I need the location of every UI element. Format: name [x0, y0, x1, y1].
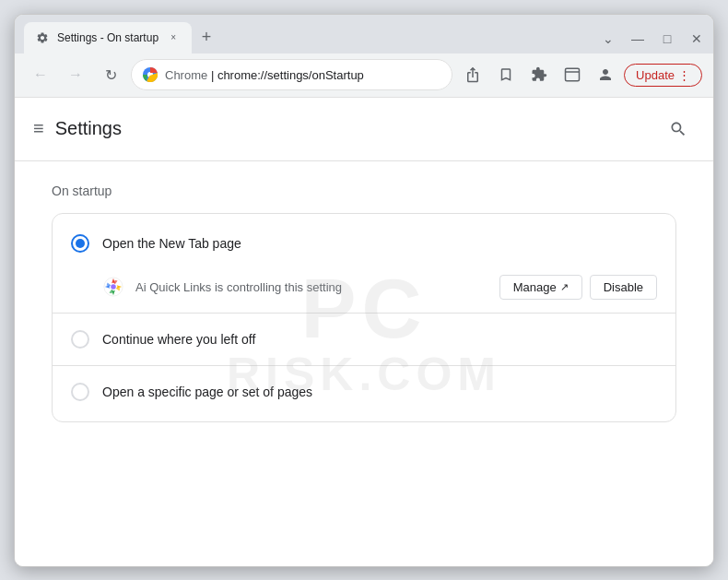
back-button[interactable]: ← — [26, 60, 55, 89]
tab-title: Settings - On startup — [57, 31, 159, 44]
radio-new-tab-inner — [76, 239, 85, 248]
update-menu-icon: ⋮ — [678, 68, 690, 82]
settings-content: On startup Open the New Tab page — [15, 161, 713, 444]
new-tab-button[interactable]: + — [194, 25, 219, 51]
radio-new-tab[interactable] — [71, 234, 89, 253]
omnibox[interactable]: Chrome | chrome://settings/onStartup — [131, 59, 452, 90]
disable-extension-button[interactable]: Disable — [590, 275, 657, 300]
option-continue-label: Continue where you left off — [102, 332, 255, 347]
profile-button[interactable] — [591, 60, 620, 89]
external-link-icon: ↗ — [560, 281, 569, 293]
chevron-down-icon[interactable]: ⌄ — [601, 31, 616, 46]
radio-specific-page[interactable] — [71, 383, 89, 401]
option-continue[interactable]: Continue where you left off — [53, 317, 675, 361]
svg-rect-2 — [566, 68, 580, 81]
toolbar-actions: Update ⋮ — [458, 60, 702, 89]
extension-icon — [102, 276, 124, 298]
site-icon — [143, 67, 158, 82]
svg-point-5 — [111, 284, 116, 290]
url-path: chrome://settings/onStartup — [217, 68, 364, 82]
reload-icon: ↻ — [105, 66, 117, 84]
option-specific-page[interactable]: Open a specific page or set of pages — [53, 370, 675, 414]
close-button[interactable]: ✕ — [689, 31, 704, 46]
title-bar: Settings - On startup × + ⌄ — □ ✕ — [15, 15, 713, 53]
settings-header: ≡ Settings — [15, 98, 713, 161]
divider-2 — [53, 365, 675, 366]
startup-options-card: Open the New Tab page — [52, 213, 676, 422]
url-display[interactable]: Chrome | chrome://settings/onStartup — [165, 68, 440, 82]
window-controls: ⌄ — □ ✕ — [601, 31, 704, 53]
update-button[interactable]: Update ⋮ — [624, 64, 702, 87]
divider-1 — [53, 313, 675, 314]
option-new-tab-label: Open the New Tab page — [102, 236, 241, 251]
url-brand: Chrome — [165, 68, 207, 82]
maximize-button[interactable]: □ — [660, 31, 675, 46]
browser-window: Settings - On startup × + ⌄ — □ ✕ ← → ↻ — [14, 14, 714, 567]
tab-favicon — [35, 30, 50, 45]
extension-label: Ai Quick Links is controlling this setti… — [135, 280, 488, 294]
sidebar-menu-icon[interactable]: ≡ — [33, 118, 44, 139]
bookmark-button[interactable] — [491, 60, 521, 89]
option-specific-page-label: Open a specific page or set of pages — [102, 385, 312, 399]
extension-puzzle-button[interactable] — [524, 60, 554, 89]
settings-page: ≡ Settings On startup Op — [15, 98, 713, 566]
content-wrapper: ≡ Settings On startup Op — [15, 98, 713, 566]
manage-extension-button[interactable]: Manage ↗ — [499, 275, 582, 300]
page-title: Settings — [55, 118, 122, 139]
search-settings-button[interactable] — [662, 112, 695, 146]
extension-actions: Manage ↗ Disable — [499, 275, 657, 300]
section-title: On startup — [52, 183, 676, 198]
radio-continue[interactable] — [71, 330, 89, 349]
extension-info-row: Ai Quick Links is controlling this setti… — [53, 266, 675, 309]
tab-search-button[interactable] — [558, 60, 587, 89]
active-tab[interactable]: Settings - On startup × — [24, 22, 192, 53]
reload-button[interactable]: ↻ — [96, 60, 125, 89]
share-button[interactable] — [458, 60, 487, 89]
back-icon: ← — [33, 66, 48, 83]
forward-icon: → — [68, 66, 83, 83]
minimize-button[interactable]: — — [630, 31, 645, 46]
toolbar: ← → ↻ Chrome | chrome://setti — [15, 53, 713, 98]
option-new-tab[interactable]: Open the New Tab page — [53, 221, 675, 266]
tab-close-button[interactable]: × — [166, 30, 181, 45]
forward-button[interactable]: → — [61, 60, 90, 89]
